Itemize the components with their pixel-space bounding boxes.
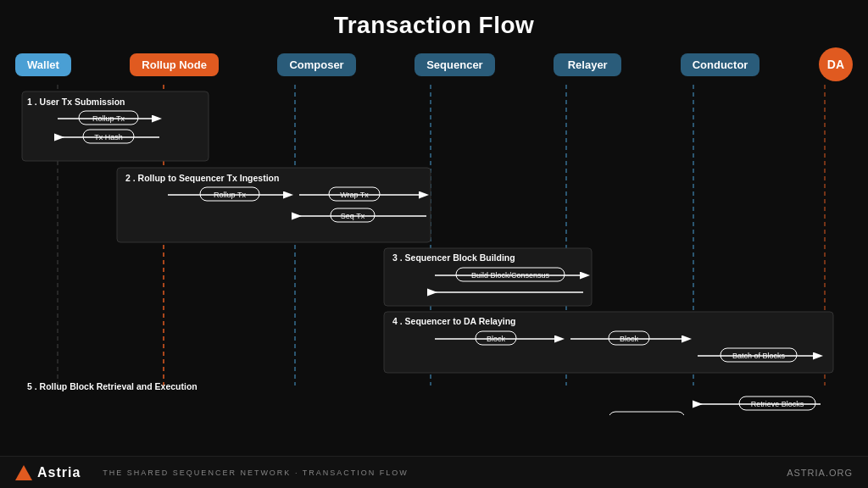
svg-text:1 .  User Tx Submission: 1 . User Tx Submission xyxy=(27,97,125,107)
component-sequencer: Sequencer xyxy=(415,53,494,76)
component-conductor: Conductor xyxy=(681,53,760,76)
component-rollup: Rollup Node xyxy=(130,53,219,76)
svg-text:Wrap Tx: Wrap Tx xyxy=(340,191,369,199)
footer-logo: Astria xyxy=(15,465,81,480)
svg-text:4 .  Sequencer to DA Relaying: 4 . Sequencer to DA Relaying xyxy=(392,316,515,326)
svg-text:Rollup Tx: Rollup Tx xyxy=(92,114,125,123)
component-wallet: Wallet xyxy=(15,53,71,76)
svg-text:Block: Block xyxy=(620,335,639,343)
svg-text:3 .  Sequencer Block Building: 3 . Sequencer Block Building xyxy=(392,252,515,263)
footer: Astria THE SHARED SEQUENCER NETWORK · TR… xyxy=(0,456,868,488)
svg-text:Seq Tx: Seq Tx xyxy=(341,212,365,220)
svg-text:Tx Hash: Tx Hash xyxy=(94,133,123,141)
logo-triangle-icon xyxy=(15,465,32,480)
composer-label: Composer xyxy=(277,53,355,76)
footer-brand: Astria xyxy=(37,465,81,480)
svg-text:Block: Block xyxy=(487,335,506,343)
da-label: DA xyxy=(819,47,853,81)
svg-text:5 .  Rollup Block Retrieval an: 5 . Rollup Block Retrieval and Execution xyxy=(27,381,198,391)
page-wrapper: Transaction Flow Wallet Rollup Node Comp… xyxy=(0,0,868,488)
page-title: Transaction Flow xyxy=(0,0,868,39)
component-composer: Composer xyxy=(277,53,355,76)
svg-text:Build Block/Consensus: Build Block/Consensus xyxy=(471,271,550,280)
header-row: Wallet Rollup Node Composer Sequencer Re… xyxy=(0,39,868,85)
conductor-label: Conductor xyxy=(681,53,760,76)
diagram-area: 1 . User Tx Submission Rollup Tx Tx Hash… xyxy=(15,85,853,415)
sequencer-label: Sequencer xyxy=(415,53,494,76)
relayer-label: Relayer xyxy=(554,53,621,76)
component-da: DA xyxy=(819,47,853,81)
component-relayer: Relayer xyxy=(554,53,621,76)
svg-text:Rollup Tx: Rollup Tx xyxy=(214,191,246,199)
footer-left: Astria THE SHARED SEQUENCER NETWORK · TR… xyxy=(15,465,409,480)
svg-text:2 .  Rollup to Sequencer Tx In: 2 . Rollup to Sequencer Tx Ingestion xyxy=(125,173,279,183)
footer-url: ASTRIA.ORG xyxy=(787,468,853,478)
footer-subtitle: THE SHARED SEQUENCER NETWORK · TRANSACTI… xyxy=(103,469,408,477)
svg-text:Retrieve Blocks: Retrieve Blocks xyxy=(751,400,804,408)
wallet-label: Wallet xyxy=(15,53,71,76)
flow-diagram: 1 . User Tx Submission Rollup Tx Tx Hash… xyxy=(15,85,853,415)
rollup-label: Rollup Node xyxy=(130,53,219,76)
svg-text:Batch of Blocks: Batch of Blocks xyxy=(732,352,786,360)
